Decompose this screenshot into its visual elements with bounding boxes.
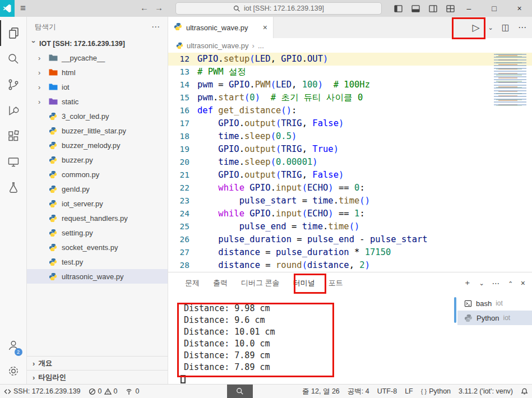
encoding-indicator[interactable]: UTF-8 xyxy=(373,385,401,398)
tree-item-genId.py[interactable]: genId.py xyxy=(27,182,168,196)
tree-item-3_color_led.py[interactable]: 3_color_led.py xyxy=(27,109,168,123)
ports-count: 0 xyxy=(135,387,139,395)
ports-indicator[interactable]: 0 xyxy=(121,385,143,398)
remote-explorer-icon[interactable] xyxy=(0,149,27,175)
more-actions-icon[interactable]: ⋯ xyxy=(151,22,160,32)
terminal-output[interactable]: Distance: 9.98 cmDistance: 9.6 cmDistanc… xyxy=(168,294,457,384)
code-line[interactable]: 12GPIO.setup(LED, GPIO.OUT) xyxy=(168,53,532,66)
close-button[interactable]: × xyxy=(507,0,532,17)
code-line[interactable]: 14pwm = GPIO.PWM(LED, 100) # 100Hz xyxy=(168,78,532,91)
explorer-icon[interactable] xyxy=(0,20,27,46)
settings-gear-icon[interactable] xyxy=(0,358,27,384)
source-control-icon[interactable] xyxy=(0,72,27,98)
split-editor-icon[interactable]: ◫ xyxy=(502,22,510,33)
code-line[interactable]: 18 time.sleep(0.5) xyxy=(168,130,532,143)
code-line[interactable]: 27 distance = pulse_duration * 17150 xyxy=(168,246,532,259)
search-icon[interactable] xyxy=(0,46,27,72)
line-number: 15 xyxy=(168,91,197,104)
run-dropdown-icon[interactable]: ⌄ xyxy=(488,24,493,31)
panel-tab-터미널[interactable]: 터미널 xyxy=(293,278,315,288)
close-panel-icon[interactable]: × xyxy=(521,279,525,288)
code-line[interactable]: 25 pulse_end = time.time() xyxy=(168,220,532,233)
indentation-indicator[interactable]: 공백: 4 xyxy=(344,385,373,398)
minimize-button[interactable]: – xyxy=(456,0,482,17)
notifications-bell[interactable] xyxy=(517,385,532,398)
tree-item-html[interactable]: ›html xyxy=(27,65,168,80)
terminal-session-Python[interactable]: Pythoniot xyxy=(457,311,532,325)
accounts-icon[interactable]: 2 xyxy=(0,332,27,358)
panel-tab-출력[interactable]: 출력 xyxy=(213,278,228,288)
code-line[interactable]: 21 GPIO.output(TRIG, False) xyxy=(168,169,532,182)
cursor-position[interactable]: 줄 12, 열 26 xyxy=(298,385,344,398)
code-line[interactable]: 28 distance = round(distance, 2) xyxy=(168,259,532,272)
timeline-section[interactable]: › 타임라인 xyxy=(27,370,168,384)
terminal-dropdown-icon[interactable]: ⌄ xyxy=(479,280,484,287)
panel-tab-문제[interactable]: 문제 xyxy=(185,278,200,288)
command-center-search[interactable]: iot [SSH: 172.16.239.139] xyxy=(175,2,382,15)
customize-layout-icon[interactable] xyxy=(446,5,455,12)
code-line[interactable]: 15pwm.start(0) # 초기 듀티 사이클 0 xyxy=(168,91,532,104)
code-line[interactable]: 22 while GPIO.input(ECHO) == 0: xyxy=(168,182,532,195)
maximize-button[interactable]: □ xyxy=(482,0,507,17)
tree-item-static[interactable]: ›static xyxy=(27,94,168,109)
extensions-icon[interactable] xyxy=(0,123,27,149)
remote-indicator[interactable]: SSH: 172.16.239.139 xyxy=(0,385,85,398)
eol-indicator[interactable]: LF xyxy=(401,385,417,398)
more-actions-icon[interactable]: ⋯ xyxy=(518,22,526,33)
code-line[interactable]: 26 pulse_duration = pulse_end - pulse_st… xyxy=(168,233,532,246)
folder-icon xyxy=(49,68,58,76)
tree-item-buzzer.py[interactable]: buzzer.py xyxy=(27,152,168,167)
close-icon[interactable]: × xyxy=(263,23,267,32)
menu-icon[interactable]: ≡ xyxy=(20,3,26,14)
tree-item-setting.py[interactable]: setting.py xyxy=(27,225,168,240)
tab-ultrasonic-wave[interactable]: ultrasonic_wave.py × xyxy=(168,17,274,38)
maximize-panel-icon[interactable]: ⌄ xyxy=(508,280,513,287)
toggle-panel-icon[interactable] xyxy=(411,5,420,12)
tree-item-common.py[interactable]: common.py xyxy=(27,167,168,182)
tree-item-test.py[interactable]: test.py xyxy=(27,254,168,269)
toggle-sidebar-icon[interactable] xyxy=(394,5,403,12)
terminal-line: Distance: 9.98 cm xyxy=(184,303,457,314)
new-terminal-icon[interactable]: ＋ xyxy=(463,278,471,288)
testing-icon[interactable] xyxy=(0,175,27,201)
tree-item-socket_events.py[interactable]: socket_events.py xyxy=(27,240,168,254)
run-button[interactable]: ▷ xyxy=(473,22,480,34)
terminal-session-bash[interactable]: bashiot xyxy=(457,296,532,311)
code-line[interactable]: 16def get_distance(): xyxy=(168,104,532,117)
panel-tabs-list: 문제출력디버그 콘솔터미널포트 xyxy=(185,278,343,288)
terminal-scrollbar[interactable] xyxy=(454,297,456,323)
minimap[interactable] xyxy=(491,54,531,106)
folder-icon xyxy=(49,83,58,91)
python-interpreter-indicator[interactable]: 3.11.2 ('iot': venv) xyxy=(455,385,517,398)
tree-item-iot[interactable]: ›iot xyxy=(27,80,168,94)
code-line[interactable]: 23 pulse_start = time.time() xyxy=(168,195,532,207)
forward-arrow-icon[interactable]: → xyxy=(155,3,163,12)
breadcrumb[interactable]: ultrasonic_wave.py › ... xyxy=(168,38,532,53)
tree-item-ultrasonic_wave.py[interactable]: ultrasonic_wave.py xyxy=(27,269,168,284)
workspace-root[interactable]: › IOT [SSH: 172.16.239.139] xyxy=(27,37,168,50)
tree-item-buzzer_little_star.py[interactable]: buzzer_little_star.py xyxy=(27,123,168,138)
code-line[interactable]: 13# PWM 설정 xyxy=(168,66,532,78)
tree-item-__pycache__[interactable]: ›__pycache__ xyxy=(27,50,168,65)
outline-label: 개요 xyxy=(38,359,52,368)
panel-tab-포트[interactable]: 포트 xyxy=(329,278,343,288)
tree-item-buzzer_melody.py[interactable]: buzzer_melody.py xyxy=(27,138,168,152)
run-debug-icon[interactable] xyxy=(0,98,27,123)
outline-section[interactable]: › 개요 xyxy=(27,356,168,370)
problems-indicator[interactable]: 0 0 xyxy=(85,385,122,398)
more-actions-icon[interactable]: ⋯ xyxy=(492,279,500,288)
code-editor[interactable]: 12GPIO.setup(LED, GPIO.OUT)13# PWM 설정14p… xyxy=(168,53,532,272)
toggle-secondary-sidebar-icon[interactable] xyxy=(429,5,437,12)
python-file-icon xyxy=(49,127,58,135)
language-indicator[interactable]: { } Python xyxy=(417,385,455,398)
tree-item-request_handlers.py[interactable]: request_handlers.py xyxy=(27,211,168,225)
code-line[interactable]: 20 time.sleep(0.00001) xyxy=(168,156,532,169)
panel-tab-디버그 콘솔[interactable]: 디버그 콘솔 xyxy=(241,278,280,288)
back-arrow-icon[interactable]: ← xyxy=(140,3,149,12)
code-line[interactable]: 24 while GPIO.input(ECHO) == 1: xyxy=(168,207,532,220)
code-text: pulse_duration = pulse_end - pulse_start xyxy=(197,233,428,246)
code-line[interactable]: 17 GPIO.output(TRIG, False) xyxy=(168,117,532,130)
code-line[interactable]: 19 GPIO.output(TRIG, True) xyxy=(168,143,532,156)
code-text: pwm.start(0) # 초기 듀티 사이클 0 xyxy=(197,91,363,104)
tree-item-iot_server.py[interactable]: iot_server.py xyxy=(27,196,168,211)
